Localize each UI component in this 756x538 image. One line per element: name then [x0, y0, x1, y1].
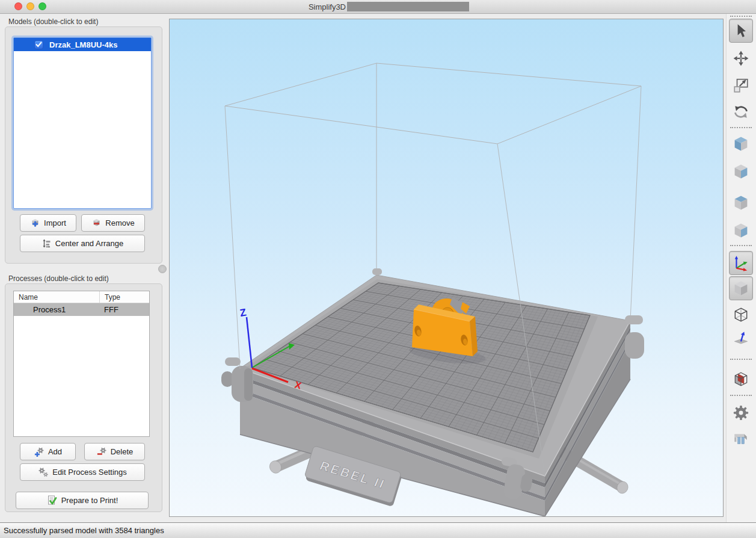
import-button[interactable]: Import — [20, 214, 76, 232]
wireframe-cube-icon — [733, 306, 749, 323]
support-structures-icon — [733, 431, 749, 448]
model-visibility-checkbox[interactable] — [34, 40, 43, 49]
support-structures-button[interactable] — [729, 428, 753, 452]
add-process-icon — [34, 447, 45, 457]
process-table-header: Name Type — [14, 291, 149, 303]
panel-splitter-handle[interactable] — [158, 265, 167, 273]
center-arrange-icon — [41, 239, 52, 249]
view-front-button[interactable] — [729, 191, 753, 215]
gear-icon — [732, 404, 750, 422]
import-button-label: Import — [44, 218, 66, 227]
title-bar: Simplify3D — [0, 0, 756, 14]
process-row[interactable]: Process1 FFF — [14, 303, 149, 316]
toggle-solid-model-button[interactable] — [729, 276, 753, 300]
edit-process-settings-button[interactable]: Edit Process Settings — [20, 463, 145, 481]
add-process-button[interactable]: Add — [20, 443, 76, 460]
process-table[interactable]: Name Type Process1 FFF — [13, 291, 150, 437]
delete-process-icon — [96, 447, 107, 457]
z-axis-label: Z — [239, 306, 247, 319]
prepare-to-print-icon — [46, 495, 58, 506]
models-list[interactable]: Drzak_LM8UU-4ks — [13, 37, 152, 209]
tool-select-cursor-button[interactable] — [729, 19, 753, 43]
solid-cube-icon — [732, 279, 750, 297]
add-button-label: Add — [48, 447, 62, 456]
models-panel-label: Models (double-click to edit) — [8, 17, 98, 26]
edit-process-icon — [38, 467, 49, 477]
tool-rotate-button[interactable] — [729, 100, 753, 124]
rotate-icon — [733, 104, 749, 120]
title-redaction-block — [347, 2, 469, 11]
toolbar-separator — [730, 16, 752, 18]
window-title: Simplify3D — [180, 2, 346, 11]
scene-canvas: X Z REBEL II — [170, 19, 723, 516]
remove-button-label: Remove — [105, 218, 134, 227]
process-type-cell: FFF — [99, 305, 149, 314]
process-name-cell: Process1 — [14, 305, 99, 314]
model-name: Drzak_LM8UU-4ks — [49, 40, 117, 49]
surface-normal-icon — [733, 330, 749, 347]
scale-icon — [733, 77, 749, 94]
z-axis — [247, 317, 252, 368]
machine-settings-button[interactable] — [729, 401, 753, 425]
status-bar: Successfully parsed model with 3584 tria… — [0, 522, 756, 538]
cross-section-icon — [733, 371, 749, 388]
toggle-normals-button[interactable] — [729, 327, 753, 351]
cursor-icon — [733, 22, 749, 39]
view-side-cube-icon — [732, 221, 750, 240]
prepare-to-print-label: Prepare to Print! — [61, 496, 118, 505]
remove-cube-icon — [91, 218, 102, 228]
processes-panel-label: Processes (double-click to edit) — [8, 274, 109, 283]
axes-icon — [733, 255, 749, 271]
remove-button[interactable]: Remove — [81, 214, 145, 232]
checkmark-icon — [35, 42, 42, 48]
view-front-cube-icon — [732, 194, 750, 212]
status-message: Successfully parsed model with 3584 tria… — [4, 526, 164, 535]
view-default-button[interactable] — [729, 132, 753, 156]
view-default-cube-icon — [732, 135, 750, 153]
toggle-axes-button[interactable] — [729, 251, 753, 275]
close-window-button[interactable] — [14, 2, 22, 10]
toolbar-separator — [730, 395, 752, 397]
zoom-window-button[interactable] — [38, 2, 46, 10]
tool-scale-button[interactable] — [729, 73, 753, 97]
delete-process-button[interactable]: Delete — [84, 443, 145, 460]
prepare-to-print-button[interactable]: Prepare to Print! — [16, 492, 149, 509]
toolbar-separator — [730, 127, 752, 129]
move-icon — [733, 50, 749, 67]
tool-move-button[interactable] — [729, 46, 753, 70]
column-header-type[interactable]: Type — [99, 291, 149, 303]
toggle-wireframe-button[interactable] — [729, 303, 753, 327]
import-cube-icon — [30, 218, 40, 228]
cross-section-button[interactable] — [729, 367, 753, 391]
view-bottom-button[interactable] — [729, 159, 753, 184]
model-list-item[interactable]: Drzak_LM8UU-4ks — [14, 38, 151, 51]
view-bottom-cube-icon — [732, 162, 750, 181]
column-header-name[interactable]: Name — [14, 291, 99, 303]
build-volume-wireframe-back — [225, 63, 641, 275]
center-arrange-button-label: Center and Arrange — [55, 239, 123, 248]
center-and-arrange-button[interactable]: Center and Arrange — [20, 235, 145, 252]
view-side-button[interactable] — [729, 218, 753, 243]
edit-process-settings-label: Edit Process Settings — [52, 468, 127, 477]
delete-button-label: Delete — [111, 447, 134, 456]
minimize-window-button[interactable] — [26, 2, 34, 10]
toolbar-separator — [730, 359, 752, 361]
viewport-3d[interactable]: X Z REBEL II — [169, 19, 724, 517]
toolbar-separator — [730, 245, 752, 247]
